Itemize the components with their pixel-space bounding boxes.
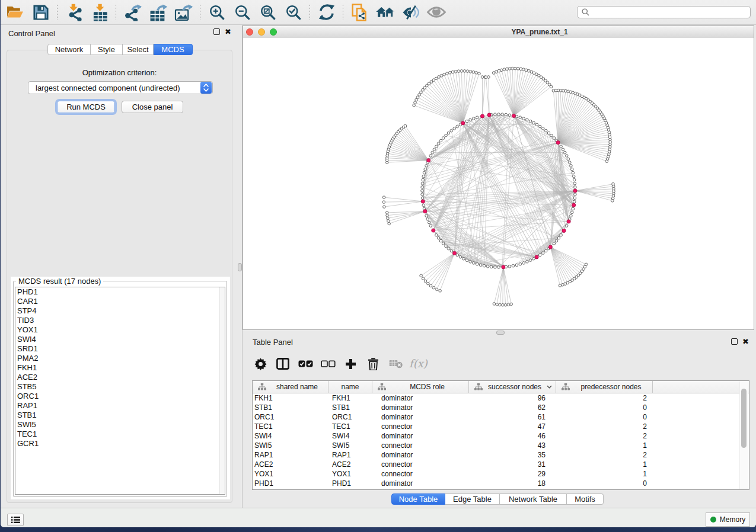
open-file-icon <box>6 4 24 20</box>
horizontal-splitter-grip[interactable] <box>496 331 505 335</box>
select-all-icon <box>298 360 313 368</box>
import-table-icon <box>91 4 107 21</box>
table-row-FKH1[interactable]: FKH1FKH1dominator962 <box>253 393 749 403</box>
mcds-result-item[interactable]: TEC1 <box>15 430 225 439</box>
select-all-button[interactable] <box>298 357 312 371</box>
table-row-YOX1[interactable]: YOX1YOX1connector291 <box>253 469 749 479</box>
mcds-result-item[interactable]: YOX1 <box>15 325 225 335</box>
zoom-selected-button[interactable] <box>280 2 306 23</box>
mcds-result-item[interactable]: GCR1 <box>15 439 225 448</box>
cell-name: STB1 <box>332 403 372 412</box>
deselect-all-button[interactable] <box>321 357 335 371</box>
memory-button[interactable]: Memory <box>706 512 750 527</box>
memory-status-icon <box>710 517 716 523</box>
search-input[interactable] <box>590 7 750 18</box>
table-row-PHD1[interactable]: PHD1PHD1dominator180 <box>253 479 749 488</box>
maximize-window-icon[interactable] <box>270 28 277 36</box>
tab-network-table[interactable]: Network Table <box>500 493 567 505</box>
shared-column-icon <box>562 383 570 390</box>
import-table-button[interactable] <box>87 2 112 23</box>
mcds-result-item[interactable]: TID3 <box>15 316 225 325</box>
import-network-button[interactable] <box>61 2 87 23</box>
tab-style[interactable]: Style <box>91 44 123 55</box>
table-row-SWI5[interactable]: SWI5SWI5connector431 <box>253 441 749 450</box>
apply-layout-button[interactable] <box>314 2 339 23</box>
first-neighbors-icon <box>375 5 395 20</box>
table-mode-button[interactable] <box>253 357 267 371</box>
table-row-TEC1[interactable]: TEC1TEC1connector472 <box>253 422 749 431</box>
table-row-STB1[interactable]: STB1STB1dominator620 <box>253 403 749 412</box>
table-row-ACE2[interactable]: ACE2ACE2connector311 <box>253 460 749 469</box>
tab-motifs[interactable]: Motifs <box>567 493 604 505</box>
column-header-MCDS-role[interactable]: MCDS role <box>372 381 469 393</box>
tab-network[interactable]: Network <box>47 44 91 55</box>
float-table-panel-icon[interactable] <box>731 338 738 345</box>
mcds-result-list[interactable]: PHD1CAR1STP4TID3YOX1SWI4SRD1PMA2FKH1ACE2… <box>15 287 225 495</box>
delete-column-button[interactable] <box>366 357 380 371</box>
mcds-result-item[interactable]: ORC1 <box>15 392 225 401</box>
show-all-button[interactable] <box>423 2 449 23</box>
zoom-in-button[interactable] <box>204 2 229 23</box>
table-scrollbar-thumb[interactable] <box>741 389 747 448</box>
task-history-button[interactable] <box>7 514 24 526</box>
table-row-ORC1[interactable]: ORC1ORC1dominator610 <box>253 412 749 422</box>
clone-network-button[interactable] <box>347 2 372 23</box>
mcds-result-item[interactable]: SWI5 <box>15 420 225 430</box>
network-canvas[interactable] <box>243 38 754 329</box>
export-image-button[interactable] <box>171 2 196 23</box>
export-network-button[interactable] <box>120 2 145 23</box>
column-header-shared-name[interactable]: shared name <box>253 381 328 393</box>
function-builder-button: f(x) <box>411 357 425 371</box>
cell-predecessor-nodes: 2 <box>556 431 647 441</box>
criterion-dropdown[interactable]: largest connected component (undirected) <box>28 81 213 94</box>
close-panel-button[interactable]: Close panel <box>122 101 183 113</box>
mcds-result-item[interactable]: CAR1 <box>15 297 225 306</box>
column-header-predecessor-nodes[interactable]: predecessor nodes <box>556 381 653 393</box>
mcds-result-item[interactable]: ACE2 <box>15 373 225 382</box>
minimize-window-icon[interactable] <box>258 28 265 36</box>
table-row-SWI4[interactable]: SWI4SWI4dominator462 <box>253 431 749 441</box>
hide-selected-button[interactable] <box>398 2 423 23</box>
close-panel-icon[interactable]: ✖ <box>225 29 231 34</box>
export-table-button[interactable] <box>145 2 171 23</box>
search-box[interactable] <box>577 6 751 18</box>
network-frame-titlebar[interactable]: YPA_prune.txt_1 <box>243 26 754 39</box>
close-window-icon[interactable] <box>246 28 253 36</box>
mcds-result-item[interactable]: FKH1 <box>15 363 225 373</box>
float-panel-icon[interactable] <box>213 28 220 35</box>
table-panel: Table Panel ✖ f(x) shared namenameMCDS r… <box>243 335 756 508</box>
mcds-list-scrollbar[interactable] <box>219 287 225 494</box>
show-columns-button[interactable] <box>276 357 290 371</box>
save-session-button[interactable] <box>28 2 53 23</box>
table-scrollbar[interactable] <box>739 382 748 489</box>
vertical-splitter-grip[interactable] <box>238 263 242 271</box>
cell-successor-nodes: 35 <box>469 450 546 460</box>
tab-mcds[interactable]: MCDS <box>154 44 193 55</box>
tab-select[interactable]: Select <box>123 44 154 55</box>
mcds-result-item[interactable]: STB1 <box>15 411 225 420</box>
vertical-splitter[interactable] <box>238 25 243 508</box>
zoom-fit-button[interactable] <box>255 2 280 23</box>
column-header-successor-nodes[interactable]: successor nodes <box>469 381 556 393</box>
tab-edge-table[interactable]: Edge Table <box>445 493 500 505</box>
table-row-RAP1[interactable]: RAP1RAP1dominator352 <box>253 450 749 460</box>
mcds-result-item[interactable]: PHD1 <box>15 287 225 297</box>
first-neighbors-button[interactable] <box>372 2 398 23</box>
mcds-result-item[interactable]: RAP1 <box>15 401 225 411</box>
zoom-out-button[interactable] <box>229 2 255 23</box>
cell-successor-nodes: 47 <box>469 422 546 431</box>
cell-successor-nodes: 18 <box>469 479 546 488</box>
column-header-name[interactable]: name <box>328 381 372 393</box>
open-file-button[interactable] <box>2 2 28 23</box>
horizontal-splitter[interactable] <box>243 330 756 335</box>
tab-node-table[interactable]: Node Table <box>391 493 445 505</box>
mcds-result-item[interactable]: STB5 <box>15 382 225 392</box>
run-mcds-button[interactable]: Run MCDS <box>57 101 115 113</box>
close-table-panel-icon[interactable]: ✖ <box>742 339 749 344</box>
cell-name: ACE2 <box>332 460 372 469</box>
mcds-result-item[interactable]: STP4 <box>15 306 225 316</box>
add-column-button[interactable] <box>343 357 358 371</box>
mcds-result-item[interactable]: SRD1 <box>15 344 225 354</box>
mcds-result-item[interactable]: SWI4 <box>15 335 225 344</box>
mcds-result-item[interactable]: PMA2 <box>15 354 225 363</box>
